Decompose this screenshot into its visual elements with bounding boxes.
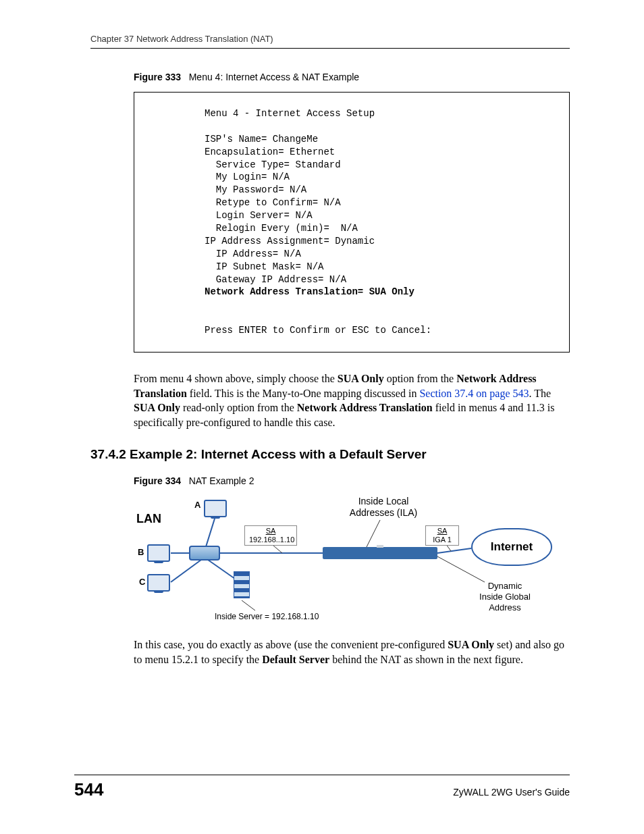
sa-iga-tag: SA IGA 1 [425,525,459,545]
figure-334-title: NAT Example 2 [189,475,254,486]
sa2-top: SA [430,527,454,535]
p2-seg1: In this case, you do exactly as above (u… [134,639,448,650]
computer-icon [204,500,227,517]
svg-line-8 [367,520,380,547]
terminal-password: My Password= N/A [205,184,306,195]
terminal-login-server: Login Server= N/A [205,210,313,221]
p1-seg2: option from the [384,373,457,384]
p1-seg3: field. This is the Many-to-One mapping d… [187,388,420,399]
figure-334-label: Figure 334 [134,475,181,486]
terminal-title: Menu 4 - Internet Access Setup [205,108,375,119]
paragraph-1: From menu 4 shown above, simply choose t… [134,371,570,429]
figure-333-label: Figure 333 [134,72,181,82]
svg-line-10 [242,600,255,610]
p1-link[interactable]: Section 37.4 on page 543 [419,388,529,399]
router-icon [323,547,437,559]
paragraph-2: In this case, you do exactly as above (u… [134,637,570,667]
ila-label: Inside Local Addresses (ILA) [340,496,427,517]
svg-line-9 [437,556,485,582]
guide-name: ZyWALL 2WG User's Guide [453,787,570,798]
p1-seg5: read-only option from the [180,402,297,413]
footer-rule [74,775,570,775]
p1-bold1: SUA Only [338,373,384,384]
terminal-menu-4: Menu 4 - Internet Access Setup ISP's Nam… [134,92,570,353]
svg-line-5 [437,548,471,553]
p1-bold4: Network Address Translation [297,402,433,413]
header-rule [90,48,570,49]
internet-label: Internet [491,540,533,554]
terminal-retype: Retype to Confirm= N/A [205,197,341,208]
computer-icon [147,574,170,592]
figure-333-caption: Figure 333 Menu 4: Internet Access & NAT… [134,72,570,82]
terminal-ipaddr: IP Address= N/A [205,249,301,259]
footer: 544 ZyWALL 2WG User's Guide [74,775,570,800]
sa1-ip: 192.168..1.10 [249,536,292,544]
sa1-top: SA [249,527,292,535]
terminal-nat-line: Network Address Translation= SUA Only [205,286,414,297]
terminal-prompt: Press ENTER to Confirm or ESC to Cancel: [205,325,431,336]
terminal-relogin: Relogin Every (min)= N/A [205,223,358,234]
switch-icon [189,546,220,561]
terminal-subnet: IP Subnet Mask= N/A [205,261,323,272]
sa-ila-tag: SA 192.168..1.10 [244,525,297,545]
terminal-ipassign: IP Address Assignment= Dynamic [205,236,375,246]
terminal-login: My Login= N/A [205,172,290,182]
computer-icon [147,544,170,562]
page-number: 544 [74,779,103,800]
nat-example-2-diagram: LAN A B C Inside Local Addresses (ILA) S… [134,496,552,631]
svg-line-2 [171,560,201,582]
dynamic-iga-label: Dynamic Inside Global Address [471,581,539,613]
p1-bold3: SUA Only [134,402,180,413]
p2-seg3: behind the NAT as shown in the next figu… [329,654,523,665]
p2-bold1: SUA Only [448,639,494,650]
internet-cloud-icon: Internet [471,528,552,566]
figure-333-title: Menu 4: Internet Access & NAT Example [189,72,359,82]
terminal-gateway: Gateway IP Address= N/A [205,274,346,285]
sa2-sub: IGA 1 [430,536,454,544]
host-b-label: B [138,547,144,557]
figure-334-caption: Figure 334 NAT Example 2 [134,475,570,486]
running-head: Chapter 37 Network Address Translation (… [90,34,570,44]
inside-server-label: Inside Server = 192.168.1.10 [215,612,319,621]
p1-seg1: From menu 4 shown above, simply choose t… [134,373,338,384]
terminal-service: Service Type= Standard [205,159,341,170]
section-heading-37-4-2: 37.4.2 Example 2: Internet Access with a… [90,447,570,462]
lan-label: LAN [136,512,161,526]
terminal-encap: Encapsulation= Ethernet [205,147,335,157]
server-icon [234,571,250,598]
p1-seg4: . The [529,388,552,399]
p2-bold2: Default Server [262,654,329,665]
host-c-label: C [139,577,145,587]
host-a-label: A [194,500,200,510]
terminal-isp: ISP's Name= ChangeMe [205,134,318,145]
